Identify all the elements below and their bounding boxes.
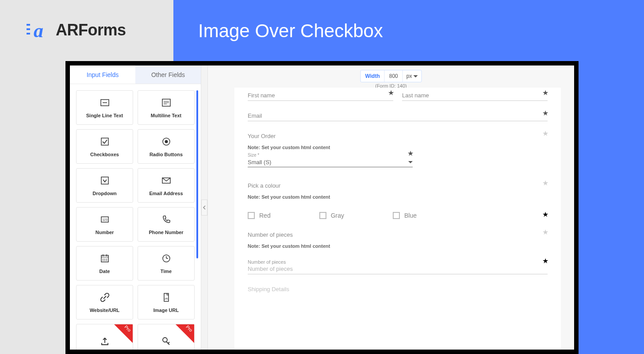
field-type-label: Multiline Text xyxy=(151,113,181,118)
required-star: ★ xyxy=(542,129,548,138)
logo-icon: a xyxy=(26,18,50,42)
required-star: ★ xyxy=(542,228,548,236)
html-note: Note: Set your custom html content xyxy=(248,145,548,150)
tab-other-fields[interactable]: Other Fields xyxy=(135,65,201,84)
chevron-down-icon xyxy=(408,161,413,163)
multiline-icon xyxy=(161,97,172,108)
checkbox-gray[interactable]: Gray xyxy=(319,212,344,219)
field-type-number[interactable]: 123Number xyxy=(76,207,133,242)
html-note: Note: Set your custom html content xyxy=(248,194,548,200)
tab-input-fields[interactable]: Input Fields xyxy=(70,65,135,84)
shipping-heading[interactable]: Shipping Details xyxy=(248,286,548,292)
number-icon: 123 xyxy=(99,214,111,225)
svg-rect-0 xyxy=(27,24,30,26)
chevron-down-icon xyxy=(413,75,418,77)
time-icon xyxy=(161,253,172,264)
field-type-radio[interactable]: Radio Buttons xyxy=(138,129,195,164)
field-sidebar: Input Fields Other Fields Single Line Te… xyxy=(70,65,201,350)
field-type-imageurl[interactable]: URLImage URL xyxy=(138,285,195,319)
checkbox-icon xyxy=(393,212,400,219)
sidebar-tabs: Input Fields Other Fields xyxy=(70,65,201,84)
width-label: Width xyxy=(361,70,385,82)
svg-text:123: 123 xyxy=(102,218,107,221)
field-type-password[interactable] xyxy=(138,324,195,350)
radio-icon xyxy=(161,136,172,147)
checkbox-red[interactable]: Red xyxy=(248,212,271,219)
app-window: Input Fields Other Fields Single Line Te… xyxy=(65,61,579,354)
colour-checkbox-group: Red Gray Blue xyxy=(248,212,548,219)
svg-text:a: a xyxy=(34,20,43,42)
email-icon xyxy=(161,175,172,186)
field-list[interactable]: Single Line TextMultiline TextCheckboxes… xyxy=(70,84,201,350)
imageurl-icon: URL xyxy=(161,292,172,303)
required-star: ★ xyxy=(542,257,548,265)
required-star: ★ xyxy=(542,88,548,97)
field-type-dropdown[interactable]: Dropdown xyxy=(76,168,133,203)
dropdown-icon xyxy=(99,175,111,186)
number-pieces-field[interactable]: Number of pieces Number of pieces ★ xyxy=(248,259,548,274)
your-order-heading[interactable]: Your Order ★ xyxy=(248,133,548,139)
brand-logo: a ARForms xyxy=(26,18,126,42)
required-star: ★ xyxy=(542,179,548,187)
last-name-field[interactable]: Last name ★ xyxy=(402,92,548,101)
field-type-time[interactable]: Time xyxy=(138,246,195,281)
required-star: ★ xyxy=(388,88,394,97)
checkbox-icon xyxy=(99,136,111,147)
field-type-multiline[interactable]: Multiline Text xyxy=(138,90,195,125)
svg-rect-10 xyxy=(101,138,108,145)
checkbox-icon xyxy=(248,212,255,219)
field-type-label: Radio Buttons xyxy=(150,152,183,157)
field-type-label: Date xyxy=(100,269,110,274)
collapse-sidebar-button[interactable] xyxy=(201,65,208,350)
first-name-field[interactable]: First name ★ xyxy=(248,92,393,101)
singleline-icon xyxy=(99,97,111,108)
svg-rect-2 xyxy=(27,33,30,35)
password-icon xyxy=(161,335,172,347)
number-pieces-heading[interactable]: Number of pieces ★ xyxy=(248,231,548,238)
field-type-label: Checkboxes xyxy=(90,152,119,157)
date-icon xyxy=(99,253,111,264)
width-control[interactable]: Width 800 px xyxy=(360,70,422,82)
phone-icon xyxy=(161,214,172,225)
field-type-label: Number xyxy=(96,230,114,235)
required-star: ★ xyxy=(542,109,548,117)
width-value[interactable]: 800 xyxy=(385,70,403,82)
field-type-label: Time xyxy=(161,269,172,274)
html-note: Note: Set your custom html content xyxy=(248,243,548,249)
svg-line-30 xyxy=(168,342,169,343)
size-dropdown[interactable]: Size * Small (S) ★ xyxy=(248,153,413,167)
upload-icon xyxy=(99,335,111,347)
width-unit-select[interactable]: px xyxy=(403,73,422,79)
field-type-label: Phone Number xyxy=(149,230,183,235)
field-type-url[interactable]: Website/URL xyxy=(76,285,133,319)
email-field[interactable]: Email ★ xyxy=(248,112,548,121)
field-type-label: Single Line Text xyxy=(86,113,123,118)
field-type-singleline[interactable]: Single Line Text xyxy=(76,90,133,125)
pick-colour-heading[interactable]: Pick a colour ★ xyxy=(248,182,548,189)
svg-text:URL: URL xyxy=(164,297,168,300)
field-type-label: Image URL xyxy=(153,308,179,313)
required-star: ★ xyxy=(407,149,414,158)
chevron-left-icon xyxy=(201,200,207,215)
field-type-upload[interactable] xyxy=(76,324,133,350)
field-type-phone[interactable]: Phone Number xyxy=(138,207,195,242)
field-type-label: Dropdown xyxy=(92,191,116,196)
field-type-label: Website/URL xyxy=(90,308,120,313)
field-type-label: Email Address xyxy=(149,191,183,196)
url-icon xyxy=(99,292,111,303)
pro-badge xyxy=(176,324,194,343)
form-preview: First name ★ Last name ★ Email ★ Your Or… xyxy=(234,88,561,350)
form-canvas: Width 800 px (Form ID: 140) First name ★… xyxy=(208,65,574,350)
svg-rect-13 xyxy=(101,177,108,184)
field-type-email[interactable]: Email Address xyxy=(138,168,195,203)
field-type-date[interactable]: Date xyxy=(76,246,133,281)
brand-name: ARForms xyxy=(56,21,126,39)
svg-point-12 xyxy=(165,140,168,143)
pro-badge xyxy=(114,324,133,343)
svg-rect-1 xyxy=(27,28,30,30)
field-type-checkbox[interactable]: Checkboxes xyxy=(76,129,133,164)
checkbox-icon xyxy=(319,212,326,219)
checkbox-blue[interactable]: Blue xyxy=(393,212,417,219)
page-title: Image Over Checkbox xyxy=(198,20,383,42)
